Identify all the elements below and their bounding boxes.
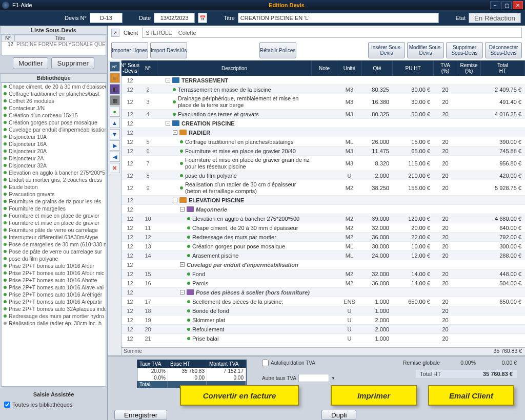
biblio-item[interactable]: Prise 2P+T bornes auto 10/16 Afour — [2, 262, 106, 269]
modifier-sousdevis-button[interactable]: Modifier Sous-Devis — [407, 42, 444, 58]
biblio-item[interactable]: Création d'un corbeau 15x15 — [2, 112, 106, 119]
biblio-item[interactable]: Chape ciment, de 20 à 30 mm d'épaisseur — [2, 83, 106, 90]
tool-right-icon[interactable]: ▶ — [110, 140, 120, 151]
titre-field[interactable] — [238, 13, 439, 23]
maximize-button[interactable]: ▢ — [501, 1, 512, 9]
grid-body[interactable]: 12−TERRASSEMENT122Terrassement en masse … — [122, 76, 525, 347]
biblio-item[interactable]: Etude béton — [2, 183, 106, 191]
tool-table-icon[interactable]: ▦ — [110, 95, 120, 106]
biblio-item[interactable]: Prise 2P+T bornes auto 32Aplaques indu — [2, 305, 106, 312]
grid-row[interactable]: 1211Chape ciment, de 20 à 30 mm d'épaiss… — [122, 223, 525, 233]
biblio-item[interactable]: Enduit au mortier gris, 2 couches dress — [2, 176, 106, 183]
client-expand-icon[interactable]: ⤢ — [111, 29, 119, 37]
grid-row[interactable]: 1212Redressage des murs par mortierM236.… — [122, 233, 525, 242]
autoliq-checkbox[interactable]: Autoliquidation TVA — [262, 360, 315, 366]
biblio-item[interactable]: Disjoncteur 2A — [2, 155, 106, 162]
biblio-item[interactable]: Pose de pâte de verre ou carrelage sur — [2, 248, 106, 255]
grid-row[interactable]: 125Coffrage traditionnel en planches/bas… — [122, 137, 525, 146]
calendar-icon[interactable]: 📅 — [198, 13, 207, 23]
biblio-item[interactable]: Réalisation dalle radier ép. 30cm inc. b — [2, 320, 106, 327]
import-devisxls-button[interactable]: Import DevisXls — [150, 42, 187, 58]
tool-delete-icon[interactable]: ✕ — [110, 163, 120, 173]
biblio-item[interactable]: Prise 2P+T bornes auto 10/16 Arépartir — [2, 298, 106, 305]
email-client-button[interactable]: Email Client — [428, 385, 514, 406]
tool-up-icon[interactable]: ▲ — [110, 118, 120, 128]
tool-unknown-1[interactable]: N° — [110, 61, 120, 72]
grid-row[interactable]: 1218Bonde de fondU1.00020 — [122, 306, 525, 316]
biblio-item[interactable]: pose du film polyane — [2, 255, 106, 262]
biblio-item[interactable]: Evacuation gravats — [2, 191, 106, 198]
biblio-item[interactable]: Prise 2P+T bornes auto 10/16 Afour mic — [2, 269, 106, 277]
biblio-item[interactable]: Prise 2P+T bornes auto 10/16 Ahotte — [2, 277, 106, 284]
grid-row[interactable]: 124Evacuation des terres et gravatsM380.… — [122, 110, 525, 119]
biblio-item[interactable]: Prise 2P+T bornes auto 10/16 Aréfrigér — [2, 291, 106, 298]
biblio-item[interactable]: Redressage des murs par mortier hydro — [2, 312, 106, 320]
subdevis-row[interactable]: 12 PISCINE FORME POLYGONALE QUELCON — [2, 41, 106, 47]
autre-tva-input[interactable] — [298, 374, 329, 382]
biblio-item[interactable]: Disjoncteur 20A — [2, 148, 106, 155]
convertir-facture-button[interactable]: Convertir en facture — [180, 385, 299, 406]
grid-row[interactable]: 1221Prise balaiU1.00020 — [122, 334, 525, 343]
grid-row[interactable]: 12−RADIER — [122, 128, 525, 137]
tool-down-icon[interactable]: ▼ — [110, 129, 120, 139]
tool-gantt-icon[interactable]: ≡ — [110, 73, 120, 83]
grid-row[interactable]: 12−CREATION PISCINE — [122, 119, 525, 128]
grid-row[interactable]: 123Drainage périphérique, remblaiement e… — [122, 94, 525, 110]
subdevis-supprimer-button[interactable]: Supprimer — [51, 57, 94, 69]
biblio-item[interactable]: Fourniture de grains de riz pour les rés — [2, 198, 106, 205]
biblio-item[interactable]: Prise 2P+T bornes auto 10/16 Alave-vai — [2, 284, 106, 291]
grid-row[interactable]: 1215FondM232.00014.00 €20448.00 € — [122, 269, 525, 279]
grid-row[interactable]: 127Fourniture et mise en place de gravie… — [122, 156, 525, 171]
biblio-item[interactable]: Pose de margelles de 30 mm (610*330 m — [2, 241, 106, 248]
grid-row[interactable]: 1217Scellement des pièces de la piscine:… — [122, 297, 525, 306]
biblio-item[interactable]: Contacteur J/N — [2, 104, 106, 112]
biblio-item[interactable]: Interrupteur différentiel 63A30mAtype — [2, 234, 106, 241]
grid-row[interactable]: 12−ELEVATION PISCINE — [122, 196, 525, 205]
enregistrer-button[interactable]: Enregistrer — [114, 410, 167, 420]
biblio-item[interactable]: Fourniture pâte de verre ou carrelage — [2, 226, 106, 234]
grid-row[interactable]: 1216ParoisM236.00014.00 €20504.00 € — [122, 279, 525, 288]
biblio-item[interactable]: Fourniture de margelles — [2, 205, 106, 212]
grid-row[interactable]: 1220RefoulementU2.00020 — [122, 325, 525, 334]
etat-button[interactable]: En Rédaction — [469, 13, 521, 23]
grid-row[interactable]: 1213Création gorges pour pose mosaiqueML… — [122, 242, 525, 251]
subdevis-modifier-button[interactable]: Modifier — [13, 57, 48, 69]
date-field[interactable] — [154, 13, 195, 23]
minimize-button[interactable]: − — [490, 1, 500, 9]
grid-row[interactable]: 12−TERRASSEMENT — [122, 76, 525, 85]
biblio-item[interactable]: Disjoncteur 16A — [2, 140, 106, 148]
grid-row[interactable]: 1214Arasement piscineML24.00012.00 €2028… — [122, 251, 525, 260]
dupliquer-button[interactable]: Dupli — [321, 410, 356, 420]
grid-row[interactable]: 12−Maçonnerie — [122, 205, 525, 214]
biblio-item[interactable]: Disjoncteur 10A — [2, 133, 106, 140]
tool-left-icon[interactable]: ◀ — [110, 152, 120, 162]
grid-row[interactable]: 1210Elevation en agglo à bancher 275*200… — [122, 214, 525, 223]
grid-row[interactable]: 126Fourniture et mise en place de gravie… — [122, 146, 525, 156]
biblio-item[interactable]: Cuvelage par enduit d'imperméabilisation — [2, 126, 106, 133]
biblio-item[interactable]: Fourniture et mise en place de gravier — [2, 212, 106, 219]
retablir-polices-button[interactable]: Rétablir Polices — [259, 42, 296, 58]
deconnecter-sousdevis-button[interactable]: Déconnecter Sous-Devis — [485, 42, 522, 58]
subdevis-list[interactable]: N° Titre 12 PISCINE FORME POLYGONALE QUE… — [1, 35, 106, 55]
grid-row[interactable]: 129Réalisation d'un radier de 30 cm d'ép… — [122, 180, 525, 196]
biblio-item[interactable]: Disjoncteur 32A — [2, 162, 106, 169]
biblio-item[interactable]: Elevation en agglo à bancher 275*200*5 — [2, 169, 106, 176]
client-field[interactable] — [142, 28, 522, 38]
all-libs-checkbox[interactable]: Toutes les bibliothèques — [4, 400, 103, 410]
biblio-list[interactable]: Chape ciment, de 20 à 30 mm d'épaisseurC… — [1, 82, 106, 387]
grid-row[interactable]: 12−Pose des pièces à sceller (hors fourn… — [122, 288, 525, 297]
imprimer-button[interactable]: Imprimer — [331, 385, 417, 406]
biblio-item[interactable]: Coffrage traditionnel en planches/bast — [2, 90, 106, 97]
inserer-sousdevis-button[interactable]: Insérer Sous-Devis — [368, 42, 405, 58]
supprimer-sousdevis-button[interactable]: Supprimer Sous-Devis — [446, 42, 483, 58]
tool-purple-icon[interactable]: ◧ — [110, 84, 120, 94]
tool-green-dot-icon[interactable]: ● — [110, 107, 120, 117]
grid-row[interactable]: 12−Cuvelage par enduit d'imperméabilisat… — [122, 260, 525, 269]
grid-row[interactable]: 122Terrassement en masse de la piscineM3… — [122, 85, 525, 94]
import-lignes-button[interactable]: Importer Lignes — [111, 42, 148, 58]
biblio-item[interactable]: Coffret 26 modules — [2, 97, 106, 104]
biblio-item[interactable]: Fourniture et mise en place de gravier — [2, 219, 106, 226]
biblio-item[interactable]: Création gorges pour pose mosaique — [2, 119, 106, 126]
grid-row[interactable]: 1219Skimmer platU2.00020 — [122, 316, 525, 325]
devis-num-field[interactable] — [90, 13, 123, 23]
